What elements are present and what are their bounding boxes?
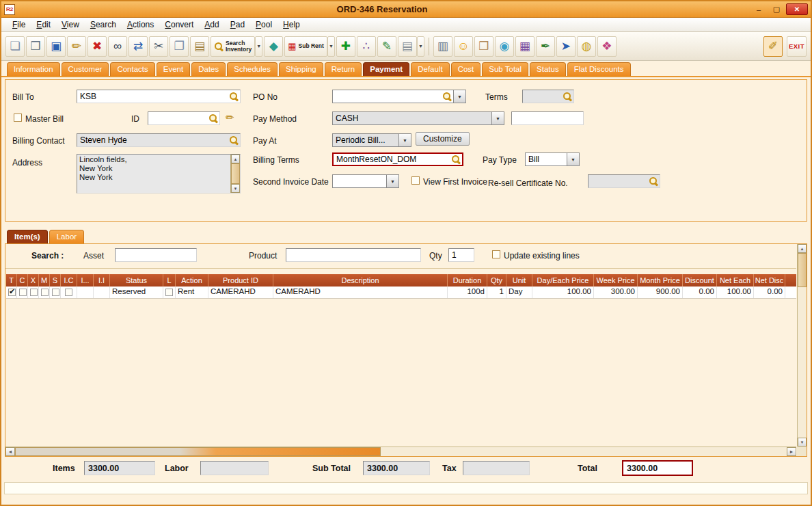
view-first-invoice-checkbox[interactable] xyxy=(411,176,420,185)
smiley-button[interactable]: ☺ xyxy=(454,36,473,57)
cell-m[interactable] xyxy=(39,287,50,298)
address-scrollbar[interactable]: ▲ ▼ xyxy=(230,155,240,193)
row-checkbox[interactable] xyxy=(30,289,38,296)
cell-i[interactable] xyxy=(77,287,94,298)
tab-cost[interactable]: Cost xyxy=(451,62,481,76)
row-checkbox[interactable] xyxy=(19,289,27,296)
cell-product-id[interactable]: CAMERAHD xyxy=(208,287,273,298)
row-checkbox[interactable] xyxy=(65,289,72,296)
search-inventory-dropdown[interactable]: ▼ xyxy=(255,36,262,57)
po-no-combo[interactable]: ▼ xyxy=(332,90,466,103)
add-plus-button[interactable]: ✚ xyxy=(336,36,355,57)
column-header-description[interactable]: Description xyxy=(273,274,448,287)
items-tab-item-s[interactable]: Item(s) xyxy=(7,230,48,243)
column-header-t[interactable]: T xyxy=(6,274,17,287)
cell-net-each[interactable]: 100.00 xyxy=(717,287,754,298)
cell-description[interactable]: CAMERAHD xyxy=(273,287,448,298)
tab-return[interactable]: Return xyxy=(325,62,362,76)
customize-button[interactable]: Customize xyxy=(416,132,470,146)
scroll-down-icon[interactable]: ▼ xyxy=(231,184,240,193)
tab-flat-discounts[interactable]: Flat Discounts xyxy=(567,62,631,76)
cell-qty[interactable]: 1 xyxy=(487,287,506,298)
balls-cluster-button[interactable]: ❖ xyxy=(597,36,617,57)
row-checkbox[interactable] xyxy=(41,289,49,296)
exit-button[interactable]: EXIT xyxy=(787,36,807,57)
menu-add[interactable]: Add xyxy=(199,18,224,31)
menu-file[interactable]: File xyxy=(7,18,31,31)
cell-status[interactable]: Reserved xyxy=(110,287,163,298)
archive-stack-dropdown[interactable]: ▼ xyxy=(417,36,424,57)
disc-button[interactable]: ◉ xyxy=(495,36,514,57)
tab-event[interactable]: Event xyxy=(157,62,190,76)
update-existing-lines-checkbox[interactable] xyxy=(492,250,500,258)
menu-convert[interactable]: Convert xyxy=(159,18,199,31)
new-document-button[interactable]: ❏ xyxy=(5,36,25,57)
product-search-input[interactable] xyxy=(286,248,421,262)
hscroll-thumb[interactable] xyxy=(15,447,381,456)
menu-actions[interactable]: Actions xyxy=(122,18,159,31)
menu-view[interactable]: View xyxy=(56,18,85,31)
format-brush-button[interactable]: ✐ xyxy=(763,36,783,57)
scroll-left-icon[interactable]: ◄ xyxy=(5,447,15,456)
form-edit-button[interactable]: ✒ xyxy=(536,36,555,57)
binoculars-search-button[interactable]: ∞ xyxy=(108,36,127,57)
cell-l[interactable] xyxy=(163,287,176,298)
bill-to-field[interactable]: KSB xyxy=(77,90,241,103)
scroll-up-icon[interactable]: ▲ xyxy=(798,244,807,253)
archive-stack-button[interactable]: ▤ xyxy=(398,36,417,57)
tab-status[interactable]: Status xyxy=(530,62,566,76)
tab-information[interactable]: Information xyxy=(7,62,60,76)
table-row[interactable]: ReservedRentCAMERAHDCAMERAHD100d1Day100.… xyxy=(6,287,796,299)
tab-shipping[interactable]: Shipping xyxy=(279,62,323,76)
sub-rent-button[interactable]: ▦Sub Rent xyxy=(284,36,327,57)
resell-search-icon[interactable] xyxy=(649,176,658,186)
cell-month-price[interactable]: 900.00 xyxy=(638,287,683,298)
id-edit-pencil-icon[interactable]: ✏ xyxy=(226,111,234,124)
tab-customer[interactable]: Customer xyxy=(62,62,109,76)
scroll-thumb[interactable] xyxy=(231,163,240,184)
pay-at-dropdown-icon[interactable]: ▼ xyxy=(399,133,411,147)
pay-type-combo[interactable]: Bill ▼ xyxy=(525,152,580,166)
maximize-button[interactable]: ▢ xyxy=(768,3,785,15)
cut-scissors-button[interactable]: ✂ xyxy=(149,36,168,57)
column-header-duration[interactable]: Duration xyxy=(448,274,487,287)
column-header-c[interactable]: C xyxy=(17,274,28,287)
column-header-x[interactable]: X xyxy=(28,274,39,287)
row-checkbox[interactable] xyxy=(165,289,173,296)
tab-default[interactable]: Default xyxy=(411,62,449,76)
package-box-button[interactable]: ❒ xyxy=(474,36,493,57)
vscroll-thumb[interactable] xyxy=(798,253,807,287)
report-printer-button[interactable]: ▥ xyxy=(433,36,452,57)
row-checkbox[interactable] xyxy=(52,289,59,296)
menu-search[interactable]: Search xyxy=(85,18,122,31)
cell-t[interactable] xyxy=(6,287,17,298)
row-checkbox[interactable] xyxy=(8,289,16,296)
column-header-discount[interactable]: Discount xyxy=(683,274,717,287)
menu-pad[interactable]: Pad xyxy=(225,18,250,31)
column-header-l[interactable]: L xyxy=(163,274,176,287)
asset-search-input[interactable] xyxy=(115,248,197,262)
cell-duration[interactable]: 100d xyxy=(448,287,487,298)
id-search-icon[interactable] xyxy=(208,114,218,123)
delete-button[interactable]: ✖ xyxy=(87,36,107,57)
column-header-status[interactable]: Status xyxy=(110,274,163,287)
terms-search-icon[interactable] xyxy=(563,92,572,101)
column-header-day-each-price[interactable]: Day/Each Price xyxy=(532,274,594,287)
column-header-i[interactable]: I... xyxy=(77,274,94,287)
vertical-scrollbar[interactable]: ▲ ▼ xyxy=(797,244,807,447)
column-header-week-price[interactable]: Week Price xyxy=(594,274,638,287)
bill-to-search-icon[interactable] xyxy=(229,92,239,101)
save-button[interactable]: ▣ xyxy=(46,36,66,57)
pay-type-dropdown-icon[interactable]: ▼ xyxy=(567,152,580,166)
cell-action[interactable]: Rent xyxy=(176,287,208,298)
pay-at-combo[interactable]: Periodic Bill... ▼ xyxy=(332,133,411,147)
cell-i-i[interactable] xyxy=(94,287,110,298)
column-header-product-id[interactable]: Product ID xyxy=(208,274,273,287)
billing-contact-search-icon[interactable] xyxy=(229,135,239,145)
search-inventory-button[interactable]: SearchInventory xyxy=(211,36,255,57)
scroll-up-icon[interactable]: ▲ xyxy=(231,155,240,163)
billing-terms-search-icon[interactable] xyxy=(451,155,461,164)
second-invoice-date-combo[interactable]: ▼ xyxy=(332,174,399,188)
exchange-document-button[interactable]: ⇄ xyxy=(128,36,148,57)
pay-method-combo[interactable]: CASH ▼ xyxy=(332,111,504,125)
